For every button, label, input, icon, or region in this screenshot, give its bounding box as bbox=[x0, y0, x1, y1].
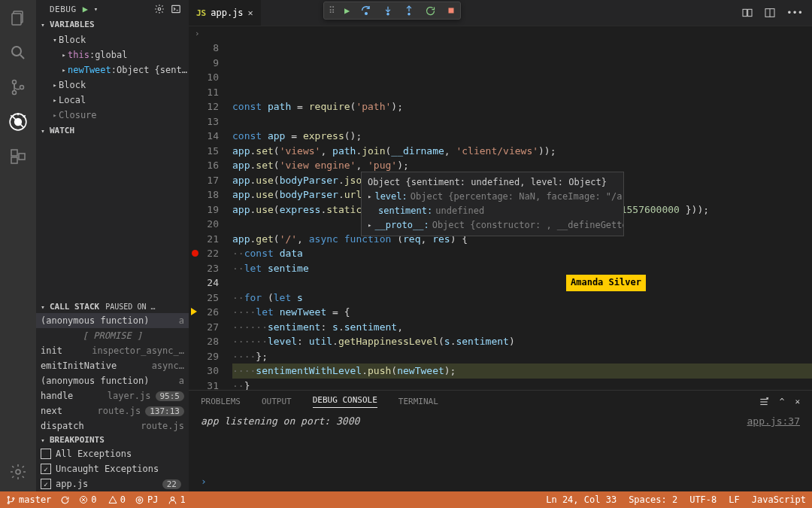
callstack-row[interactable]: (anonymous function)a bbox=[36, 373, 189, 388]
bp-all-exceptions[interactable]: All Exceptions bbox=[36, 446, 189, 461]
status-encoding[interactable]: UTF-8 bbox=[689, 494, 717, 505]
status-branch[interactable]: master bbox=[6, 494, 51, 505]
scope-block-2[interactable]: ▸Block bbox=[36, 78, 189, 93]
start-debug-button[interactable]: ▶ bbox=[83, 4, 88, 14]
callstack-row[interactable]: [ PROMISE ] bbox=[36, 328, 189, 343]
svg-rect-20 bbox=[743, 9, 747, 16]
debug-settings-icon[interactable] bbox=[154, 4, 165, 14]
step-over-button[interactable] bbox=[360, 5, 372, 17]
svg-point-26 bbox=[387, 14, 389, 15]
svg-point-18 bbox=[158, 8, 161, 11]
bp-appjs[interactable]: app.js22 bbox=[36, 476, 189, 491]
console-prompt[interactable]: › bbox=[201, 476, 207, 487]
code-content[interactable]: Object {sentiment: undefined, level: Obj… bbox=[232, 41, 812, 390]
callstack-row[interactable]: handlelayer.js95:5 bbox=[36, 388, 189, 403]
status-participants[interactable]: 1 bbox=[168, 494, 186, 505]
status-sync[interactable] bbox=[60, 495, 70, 505]
tab-debug-console[interactable]: DEBUG CONSOLE bbox=[313, 395, 377, 408]
status-cursor[interactable]: Ln 24, Col 33 bbox=[546, 494, 617, 505]
svg-point-5 bbox=[13, 91, 17, 95]
svg-point-42 bbox=[136, 497, 143, 503]
split-editor-icon[interactable] bbox=[764, 7, 776, 19]
source-control-icon[interactable] bbox=[8, 77, 29, 98]
svg-line-3 bbox=[20, 55, 24, 59]
svg-rect-19 bbox=[172, 5, 180, 12]
var-newtweet[interactable]: ▸newTweet: Object {sent… bbox=[36, 62, 189, 78]
callstack-row[interactable]: nextroute.js137:13 bbox=[36, 403, 189, 418]
svg-rect-16 bbox=[19, 154, 25, 160]
var-this[interactable]: ▸this: global bbox=[36, 47, 189, 62]
debug-header: DEBUG ▶ ▾ bbox=[36, 0, 189, 18]
continue-button[interactable]: ▶ bbox=[344, 5, 350, 16]
tab-appjs[interactable]: JS app.js ✕ bbox=[189, 0, 261, 26]
svg-rect-29 bbox=[449, 8, 454, 14]
debug-icon[interactable] bbox=[8, 111, 29, 132]
status-lang[interactable]: JavaScript bbox=[752, 494, 806, 505]
status-spaces[interactable]: Spaces: 2 bbox=[629, 494, 677, 505]
explorer-icon[interactable] bbox=[8, 8, 29, 29]
extensions-icon[interactable] bbox=[8, 146, 29, 167]
status-eol[interactable]: LF bbox=[729, 494, 739, 505]
liveshare-cursor-tag: Amanda Silver bbox=[566, 275, 646, 291]
debug-console-body[interactable]: app listening on port: 3000 app.js:37 › bbox=[189, 412, 812, 491]
stop-button[interactable] bbox=[447, 6, 456, 15]
svg-rect-21 bbox=[748, 9, 752, 16]
step-out-button[interactable] bbox=[404, 5, 414, 16]
compare-icon[interactable] bbox=[741, 7, 753, 19]
callstack-row[interactable]: initinspector_async_… bbox=[36, 343, 189, 358]
svg-rect-1 bbox=[12, 14, 21, 25]
tab-bar: JS app.js ✕ ••• bbox=[189, 0, 812, 26]
svg-point-17 bbox=[16, 470, 20, 474]
console-source-link[interactable]: app.js:37 bbox=[747, 415, 800, 427]
callstack-row[interactable]: dispatchroute.js bbox=[36, 418, 189, 433]
scope-local[interactable]: ▸Local bbox=[36, 93, 189, 108]
svg-point-6 bbox=[20, 86, 24, 90]
panel-close-icon[interactable]: ✕ bbox=[795, 397, 800, 407]
status-liveshare[interactable]: PJ bbox=[135, 494, 158, 505]
panel-maximize-icon[interactable]: ^ bbox=[780, 397, 785, 407]
scope-closure[interactable]: ▸Closure bbox=[36, 108, 189, 123]
scope-block[interactable]: ▾Block bbox=[36, 32, 189, 47]
svg-point-36 bbox=[8, 502, 9, 503]
panel-tabs: PROBLEMS OUTPUT DEBUG CONSOLE TERMINAL ^… bbox=[189, 391, 812, 412]
svg-point-4 bbox=[13, 81, 17, 84]
bp-uncaught-exceptions[interactable]: Uncaught Exceptions bbox=[36, 461, 189, 476]
callstack-section-header[interactable]: ▾CALL STACKPAUSED ON … bbox=[36, 300, 189, 313]
clear-console-icon[interactable] bbox=[759, 397, 769, 407]
code-editor[interactable]: 8910111213141516171819202122232425262728… bbox=[189, 41, 812, 390]
debug-hover-tooltip: Object {sentiment: undefined, level: Obj… bbox=[361, 172, 624, 236]
tab-output[interactable]: OUTPUT bbox=[262, 397, 292, 406]
variables-section-header[interactable]: ▾VARIABLES bbox=[36, 18, 189, 31]
settings-gear-icon[interactable] bbox=[8, 461, 29, 482]
status-bar: master 0 0 PJ 1 Ln 24, Col 33 Spaces: 2 … bbox=[0, 491, 812, 508]
breadcrumb[interactable]: › bbox=[189, 26, 812, 41]
svg-rect-15 bbox=[11, 157, 17, 163]
watch-section-header[interactable]: ▾WATCH bbox=[36, 124, 189, 137]
breakpoints-section-header[interactable]: ▾BREAKPOINTS bbox=[36, 433, 189, 446]
status-errors[interactable]: 0 0 bbox=[79, 494, 126, 505]
svg-point-24 bbox=[365, 13, 368, 15]
svg-point-10 bbox=[15, 119, 22, 126]
tab-terminal[interactable]: TERMINAL bbox=[398, 397, 438, 406]
more-actions-icon[interactable]: ••• bbox=[786, 7, 803, 19]
svg-point-43 bbox=[171, 497, 174, 500]
callstack-row[interactable]: (anonymous function)a bbox=[36, 313, 189, 328]
debug-console-toggle-icon[interactable] bbox=[171, 4, 181, 14]
js-file-icon: JS bbox=[196, 8, 206, 18]
tab-close-icon[interactable]: ✕ bbox=[248, 8, 253, 18]
svg-point-2 bbox=[12, 47, 21, 56]
console-msg: app listening on port: 3000 bbox=[201, 415, 359, 427]
debug-config-dropdown[interactable]: ▾ bbox=[94, 5, 98, 13]
svg-point-35 bbox=[8, 496, 9, 497]
callstack-row[interactable]: emitInitNativeasync… bbox=[36, 358, 189, 373]
debug-title: DEBUG bbox=[50, 5, 77, 14]
search-icon[interactable] bbox=[8, 42, 29, 63]
restart-button[interactable] bbox=[425, 5, 436, 17]
gutter[interactable]: 8910111213141516171819202122232425262728… bbox=[189, 41, 232, 390]
bottom-panel: PROBLEMS OUTPUT DEBUG CONSOLE TERMINAL ^… bbox=[189, 390, 812, 491]
drag-grip-icon[interactable]: ⠿ bbox=[329, 5, 334, 16]
tab-problems[interactable]: PROBLEMS bbox=[201, 397, 241, 406]
variables-tree: ▾Block ▸this: global ▸newTweet: Object {… bbox=[36, 31, 189, 124]
svg-point-28 bbox=[408, 14, 410, 15]
step-into-button[interactable] bbox=[383, 5, 393, 16]
